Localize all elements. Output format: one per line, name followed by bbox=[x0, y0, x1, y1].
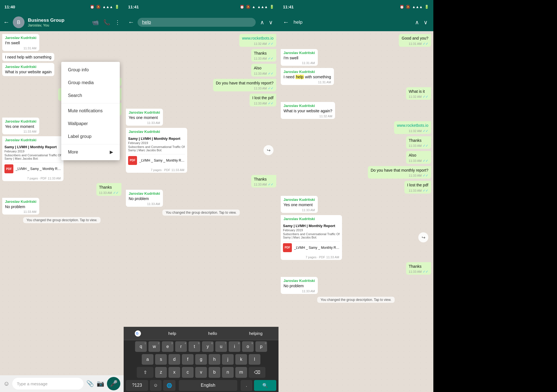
list-item: Jaroslav Kudritski I'm swell 11:31 AM bbox=[281, 48, 431, 67]
suggestion-2[interactable]: hello bbox=[203, 330, 223, 337]
search-down-arrow[interactable]: ∨ bbox=[268, 18, 274, 27]
share-button[interactable]: ↪ bbox=[263, 145, 273, 155]
key-d[interactable]: d bbox=[168, 354, 180, 365]
key-g[interactable]: g bbox=[195, 354, 207, 365]
menu-divider bbox=[61, 103, 120, 103]
key-i[interactable]: i8 bbox=[229, 341, 240, 352]
key-x[interactable]: x bbox=[168, 367, 180, 378]
key-search[interactable]: 🔍 bbox=[254, 380, 276, 391]
list-item: Thanks 11:33 AM✓✓ bbox=[281, 262, 431, 276]
share-button-3[interactable]: ↪ bbox=[418, 232, 428, 242]
sender-name: Jaroslav Kudritski bbox=[284, 51, 315, 55]
search-up-arrow[interactable]: ∧ bbox=[259, 18, 265, 27]
list-item: I need help with something bbox=[2, 52, 121, 62]
more-icon-1[interactable]: ⋮ bbox=[115, 19, 120, 26]
key-w[interactable]: w2 bbox=[148, 341, 160, 352]
input-bar-1: ☺ Type a message 📎 📷 🎤 bbox=[0, 375, 124, 392]
key-k[interactable]: k bbox=[235, 354, 247, 365]
search-input-2[interactable] bbox=[142, 20, 251, 25]
key-t[interactable]: t5 bbox=[189, 341, 200, 352]
video-icon[interactable]: 📹 bbox=[92, 19, 99, 26]
menu-item-group-media[interactable]: Group media bbox=[61, 76, 120, 89]
key-nums[interactable]: ?123 bbox=[126, 380, 148, 391]
emoji-icon[interactable]: ☺ bbox=[3, 380, 9, 387]
pdf-attachment[interactable]: Samy | LVMH | Monthly Report February 20… bbox=[2, 143, 63, 176]
key-l[interactable]: l bbox=[249, 354, 260, 365]
key-o[interactable]: o9 bbox=[242, 341, 254, 352]
list-item: Do you have that monthly report? 11:33 A… bbox=[126, 78, 276, 92]
alarm-icon-2: ⏰ bbox=[240, 5, 244, 9]
search-header-3: ← help ∧ ∨ bbox=[278, 13, 433, 31]
menu-item-mute[interactable]: Mute notifications bbox=[61, 104, 120, 117]
search-up-arrow-3[interactable]: ∧ bbox=[414, 18, 420, 27]
status-bar-1: 11:40 ⏰ 🔕 ▲▲▲ 🔋 bbox=[0, 0, 124, 13]
menu-item-label[interactable]: Label group bbox=[61, 130, 120, 143]
key-q[interactable]: q1 bbox=[135, 341, 147, 352]
key-shift[interactable]: ⇧ bbox=[137, 367, 153, 378]
search-query-3[interactable]: help bbox=[294, 20, 409, 25]
sender-name: Jaroslav Kudritski bbox=[284, 104, 332, 108]
message-input-1[interactable]: Type a message bbox=[12, 378, 84, 389]
call-icon[interactable]: 📞 bbox=[103, 19, 110, 26]
key-u[interactable]: u7 bbox=[215, 341, 227, 352]
menu-item-search[interactable]: Search bbox=[61, 89, 120, 102]
key-b[interactable]: b bbox=[209, 367, 220, 378]
suggestion-1[interactable]: help bbox=[163, 330, 182, 337]
pdf-icon: PDF bbox=[4, 164, 13, 173]
menu-item-wallpaper[interactable]: Wallpaper bbox=[61, 117, 120, 130]
back-button-1[interactable]: ← bbox=[3, 19, 9, 26]
mic-button[interactable]: 🎤 bbox=[107, 377, 120, 390]
search-box-2[interactable] bbox=[138, 18, 256, 27]
pdf-attachment-2[interactable]: Samy | LVMH | Monthly Report February 20… bbox=[126, 134, 187, 167]
alarm-icon-3: ⏰ bbox=[400, 5, 404, 9]
key-backspace[interactable]: ⌫ bbox=[249, 367, 265, 378]
status-icons-1: ⏰ 🔕 ▲▲▲ 🔋 bbox=[90, 5, 119, 9]
sender-name: Jaroslav Kudritski bbox=[5, 199, 36, 204]
pdf-filename: _LVMH _ Samy _ Monthly Re... bbox=[16, 167, 61, 171]
key-dot[interactable]: . bbox=[241, 380, 252, 391]
search-down-arrow-3[interactable]: ∨ bbox=[422, 18, 429, 27]
list-item: Jaroslav Kudritski Samy | LVMH | Monthly… bbox=[281, 215, 431, 260]
list-item: Jaroslav Kudritski Samy | LVMH | Monthly… bbox=[126, 127, 276, 173]
menu-item-more[interactable]: More ▶ bbox=[61, 145, 120, 159]
key-emoji[interactable]: ☺ bbox=[150, 380, 162, 391]
pdf-title: Samy | LVMH | Monthly Report bbox=[4, 145, 61, 149]
key-y[interactable]: y6 bbox=[202, 341, 214, 352]
list-item: Jaroslav Kudritski What is your website … bbox=[281, 101, 431, 120]
key-j[interactable]: j bbox=[222, 354, 234, 365]
key-f[interactable]: f bbox=[182, 354, 194, 365]
list-item: Thanks 11:33 AM✓✓ bbox=[126, 48, 276, 62]
key-s[interactable]: s bbox=[155, 354, 167, 365]
back-button-3[interactable]: ← bbox=[283, 19, 289, 26]
keyboard: G help hello helping q1 w2 e3 r4 t5 y6 u… bbox=[124, 327, 278, 392]
pdf-attachment-3[interactable]: Samy | LVMH | Monthly Report February 20… bbox=[281, 221, 342, 254]
camera-icon[interactable]: 📷 bbox=[97, 380, 104, 387]
pdf-date: February 2019 bbox=[283, 228, 340, 232]
back-button-2[interactable]: ← bbox=[128, 19, 134, 26]
panel-3: 11:41 ⏰ 🔕 ▲▲▲ 🔋 ← help ∧ ∨ Good and you?… bbox=[278, 0, 433, 392]
key-globe[interactable]: 🌐 bbox=[163, 380, 175, 391]
key-c[interactable]: c bbox=[182, 367, 194, 378]
key-h[interactable]: h bbox=[209, 354, 220, 365]
attach-icon[interactable]: 📎 bbox=[86, 380, 94, 387]
key-p[interactable]: p0 bbox=[255, 341, 267, 352]
sender-name: Jaroslav Kudritski bbox=[284, 198, 315, 202]
input-placeholder: Type a message bbox=[17, 381, 47, 386]
key-v[interactable]: v bbox=[195, 367, 207, 378]
key-space[interactable]: English bbox=[179, 380, 237, 391]
silent-icon-3: 🔕 bbox=[406, 5, 410, 9]
chat-body-2: www.rocketbots.io 11:32 AM✓✓ Thanks 11:3… bbox=[124, 31, 278, 392]
key-z[interactable]: z bbox=[155, 367, 167, 378]
signal-icon-3: ▲▲▲ bbox=[412, 5, 423, 9]
suggestion-3[interactable]: helping bbox=[243, 330, 268, 337]
keyboard-row-2: a s d f g h j k l bbox=[124, 353, 278, 366]
key-e[interactable]: e3 bbox=[162, 341, 174, 352]
key-r[interactable]: r4 bbox=[175, 341, 187, 352]
menu-item-group-info[interactable]: Group info bbox=[61, 64, 120, 76]
key-m[interactable]: m bbox=[235, 367, 247, 378]
search-nav-2: ∧ ∨ bbox=[259, 18, 274, 27]
keyboard-suggestions: G help hello helping bbox=[124, 327, 278, 340]
key-n[interactable]: n bbox=[222, 367, 234, 378]
chat-header-1: ← B Business Group Jaroslav, You 📹 📞 ⋮ bbox=[0, 13, 124, 31]
key-a[interactable]: a bbox=[142, 354, 153, 365]
